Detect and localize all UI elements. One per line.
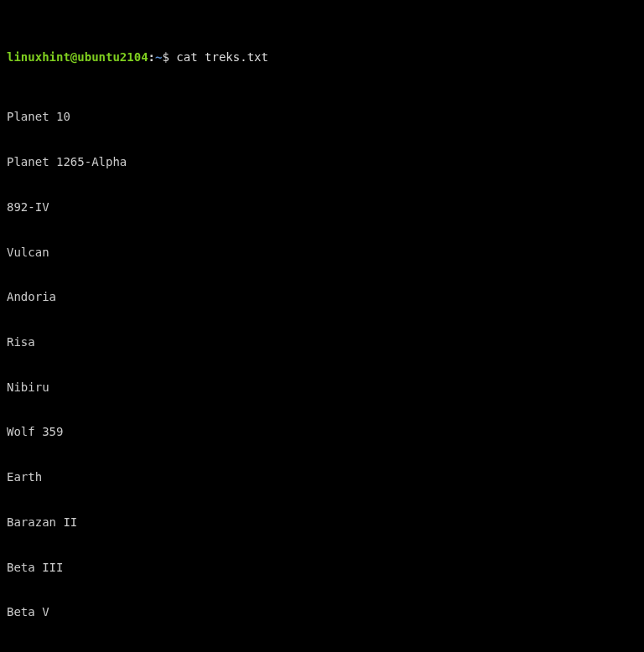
output-line: Beta V — [7, 605, 637, 620]
output-line: Planet 10 — [7, 110, 637, 125]
output-line: Earth — [7, 470, 637, 485]
output-line: Nibiru — [7, 380, 637, 396]
command-text: cat treks.txt — [176, 50, 268, 64]
output-line: Risa — [7, 335, 637, 350]
prompt-user: linuxhint — [7, 50, 70, 64]
output-line: Barazan II — [7, 515, 637, 530]
output-line: Beta III — [7, 561, 637, 576]
output-line: Andoria — [7, 290, 637, 305]
prompt-colon: : — [148, 50, 155, 64]
prompt-symbol: $ — [162, 50, 169, 64]
prompt-host: ubuntu2104 — [77, 50, 148, 64]
output-line: Planet 1265-Alpha — [7, 155, 637, 170]
output-line: Vulcan — [7, 246, 637, 261]
terminal[interactable]: linuxhint@ubuntu2104:~$ cat treks.txt Pl… — [0, 0, 644, 652]
output-line: 892-IV — [7, 200, 637, 215]
output-line: Wolf 359 — [7, 425, 637, 440]
prompt-line: linuxhint@ubuntu2104:~$ cat treks.txt — [7, 50, 637, 65]
